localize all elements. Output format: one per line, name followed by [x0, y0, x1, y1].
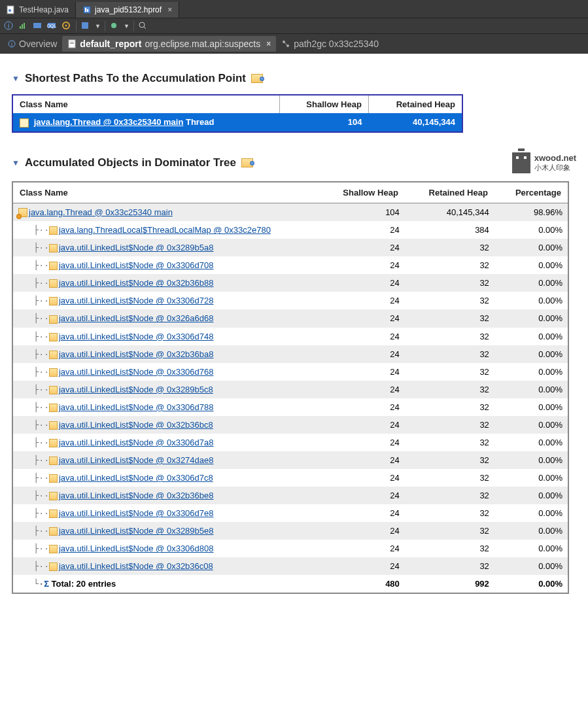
retained-heap-value: 32: [405, 540, 494, 557]
object-link[interactable]: java.util.LinkedList$Node @ 0x3306d7a8: [59, 438, 214, 447]
report-icon[interactable]: [80, 21, 91, 31]
tab-label: java_pid5132.hprof: [95, 5, 162, 14]
table-row[interactable]: java.lang.Thread @ 0x33c25340 main10440,…: [12, 203, 568, 221]
object-link[interactable]: java.util.LinkedList$Node @ 0x3306d748: [59, 332, 214, 341]
table-row[interactable]: ├··java.util.LinkedList$Node @ 0x3306d78…: [12, 398, 568, 416]
object-link[interactable]: java.util.LinkedList$Node @ 0x32b36ba8: [59, 349, 214, 359]
percentage-value: 0.00%: [494, 557, 568, 575]
info-icon[interactable]: i: [4, 21, 14, 31]
table-row[interactable]: ├··java.util.LinkedList$Node @ 0x32b36c0…: [12, 557, 568, 575]
table-row[interactable]: ├··java.util.LinkedList$Node @ 0x3306d76…: [12, 363, 568, 381]
section-header-shortest-paths[interactable]: ▼ Shortest Paths To the Accumulation Poi…: [12, 72, 576, 85]
object-link[interactable]: java.util.LinkedList$Node @ 0x3289b5e8: [59, 526, 214, 536]
object-icon: [49, 368, 58, 377]
object-link[interactable]: java.util.LinkedList$Node @ 0x3306d708: [59, 260, 214, 270]
percentage-value: 0.00%: [494, 487, 568, 504]
object-link[interactable]: java.util.LinkedList$Node @ 0x3306d728: [59, 296, 214, 305]
percentage-value: 0.00%: [494, 575, 568, 593]
table-row[interactable]: ├··java.util.LinkedList$Node @ 0x3289b5c…: [12, 381, 568, 398]
table-row[interactable]: ├··java.util.LinkedList$Node @ 0x3306d72…: [12, 292, 568, 309]
object-link[interactable]: java.util.LinkedList$Node @ 0x3274dae8: [59, 455, 214, 465]
retained-heap-value: 32: [405, 292, 494, 309]
table-row[interactable]: └·Σ Total: 20 entries4809920.00%: [12, 575, 568, 593]
shallow-heap-value: 24: [320, 434, 405, 451]
table-row[interactable]: ├··java.lang.ThreadLocal$ThreadLocalMap …: [12, 221, 568, 239]
tree-branch-icon: ├··: [18, 544, 49, 553]
percentage-value: 0.00%: [494, 309, 568, 327]
class-name-cell: ├··java.util.LinkedList$Node @ 0x32b36c0…: [12, 557, 320, 575]
search-icon[interactable]: [138, 21, 148, 31]
table-row[interactable]: ├··java.util.LinkedList$Node @ 0x3289b5e…: [12, 522, 568, 540]
table-row[interactable]: ├··java.util.LinkedList$Node @ 0x32b36ba…: [12, 345, 568, 363]
retained-heap-value: 32: [405, 328, 494, 345]
table-row[interactable]: ├··java.util.LinkedList$Node @ 0x3274dae…: [12, 451, 568, 469]
tab-default-report[interactable]: default_report org.eclipse.mat.api:suspe…: [62, 36, 276, 52]
retained-heap-value: 32: [405, 239, 494, 256]
histogram-icon[interactable]: [18, 21, 29, 31]
table-row[interactable]: ├··java.util.LinkedList$Node @ 0x3306d80…: [12, 540, 568, 557]
hprof-file-icon: [82, 5, 92, 14]
svg-point-16: [111, 23, 116, 28]
shallow-heap-value: 24: [320, 309, 405, 327]
object-link[interactable]: java.util.LinkedList$Node @ 0x3289b5c8: [59, 385, 213, 394]
report-section-icon: [241, 158, 253, 167]
object-link[interactable]: java.util.LinkedList$Node @ 0x3306d788: [59, 402, 214, 412]
table-row[interactable]: ├··java.util.LinkedList$Node @ 0x32b36b8…: [12, 274, 568, 292]
table-row[interactable]: ├··java.util.LinkedList$Node @ 0x32b36bc…: [12, 416, 568, 434]
shallow-heap-value: 24: [320, 256, 405, 274]
dropdown-arrow-icon[interactable]: ▼: [95, 23, 101, 29]
object-link[interactable]: java.util.LinkedList$Node @ 0x32b36be8: [59, 491, 214, 500]
object-link[interactable]: java.lang.Thread @ 0x33c25340 main: [34, 117, 184, 127]
table-row[interactable]: ├··java.util.LinkedList$Node @ 0x3306d7a…: [12, 434, 568, 451]
close-icon[interactable]: ×: [167, 5, 172, 14]
object-link[interactable]: java.lang.ThreadLocal$ThreadLocalMap @ 0…: [59, 225, 271, 235]
query-icon[interactable]: [109, 21, 120, 31]
object-link[interactable]: java.util.LinkedList$Node @ 0x32b36b88: [59, 278, 214, 288]
tab-testheap[interactable]: TestHeap.java: [0, 2, 76, 18]
svg-text:OQL: OQL: [47, 24, 56, 29]
object-link[interactable]: java.util.LinkedList$Node @ 0x326a6d68: [59, 313, 214, 323]
tab-overview[interactable]: i Overview: [3, 36, 62, 52]
tree-icon[interactable]: [33, 21, 43, 31]
class-name-cell: ├··java.util.LinkedList$Node @ 0x32b36ba…: [12, 345, 320, 363]
table-row-selected[interactable]: java.lang.Thread @ 0x33c25340 main Threa…: [12, 113, 462, 132]
report-tabbar: i Overview default_report org.eclipse.ma…: [0, 34, 588, 54]
object-link[interactable]: java.util.LinkedList$Node @ 0x3306d7e8: [59, 508, 214, 518]
table-row[interactable]: ├··java.util.LinkedList$Node @ 0x3306d70…: [12, 256, 568, 274]
tree-branch-icon: ├··: [18, 526, 49, 536]
object-link[interactable]: java.util.LinkedList$Node @ 0x3306d768: [59, 367, 214, 377]
tree-branch-icon: ├··: [18, 561, 49, 571]
object-link[interactable]: java.lang.Thread @ 0x33c25340 main: [29, 207, 173, 217]
section-header-accumulated[interactable]: ▼ Accumulated Objects in Dominator Tree: [12, 156, 253, 169]
tab-label-rest: org.eclipse.mat.api:suspects: [145, 39, 260, 49]
table-row[interactable]: ├··java.util.LinkedList$Node @ 0x3306d74…: [12, 328, 568, 345]
object-link[interactable]: java.util.LinkedList$Node @ 0x3306d808: [59, 544, 214, 553]
dropdown-arrow-icon[interactable]: ▼: [124, 23, 130, 29]
svg-line-18: [144, 27, 146, 29]
tab-path2gc[interactable]: path2gc 0x33c25340: [276, 36, 384, 52]
svg-point-17: [139, 22, 145, 27]
table-row[interactable]: ├··java.util.LinkedList$Node @ 0x3306d7c…: [12, 469, 568, 487]
object-link[interactable]: java.util.LinkedList$Node @ 0x3289b5a8: [59, 243, 214, 252]
svg-rect-4: [87, 9, 88, 12]
twisty-down-icon[interactable]: ▼: [12, 74, 20, 83]
object-link[interactable]: java.util.LinkedList$Node @ 0x32b36c08: [59, 561, 213, 571]
retained-heap-value: 992: [405, 575, 494, 593]
object-link[interactable]: java.util.LinkedList$Node @ 0x32b36bc8: [59, 420, 213, 430]
object-link[interactable]: java.util.LinkedList$Node @ 0x3306d7c8: [59, 473, 213, 483]
twisty-down-icon[interactable]: ▼: [12, 158, 20, 167]
dominator-tree-table: Class Name Shallow Heap Retained Heap Pe…: [12, 181, 569, 595]
gear-icon[interactable]: [61, 21, 72, 31]
oql-icon[interactable]: OQL: [47, 21, 58, 31]
table-row[interactable]: ├··java.util.LinkedList$Node @ 0x32b36be…: [12, 487, 568, 504]
close-icon[interactable]: ×: [266, 39, 271, 48]
report-content: ▼ Shortest Paths To the Accumulation Poi…: [0, 54, 588, 606]
table-row[interactable]: ├··java.util.LinkedList$Node @ 0x3289b5a…: [12, 239, 568, 256]
table-row[interactable]: ├··java.util.LinkedList$Node @ 0x326a6d6…: [12, 309, 568, 327]
table-row[interactable]: ├··java.util.LinkedList$Node @ 0x3306d7e…: [12, 504, 568, 522]
tab-label-rest: path2gc 0x33c25340: [294, 39, 379, 49]
svg-line-26: [285, 43, 287, 45]
thread-root-icon: [18, 208, 27, 217]
shallow-heap-value: 24: [320, 487, 405, 504]
tab-hprof[interactable]: java_pid5132.hprof ×: [76, 2, 179, 18]
